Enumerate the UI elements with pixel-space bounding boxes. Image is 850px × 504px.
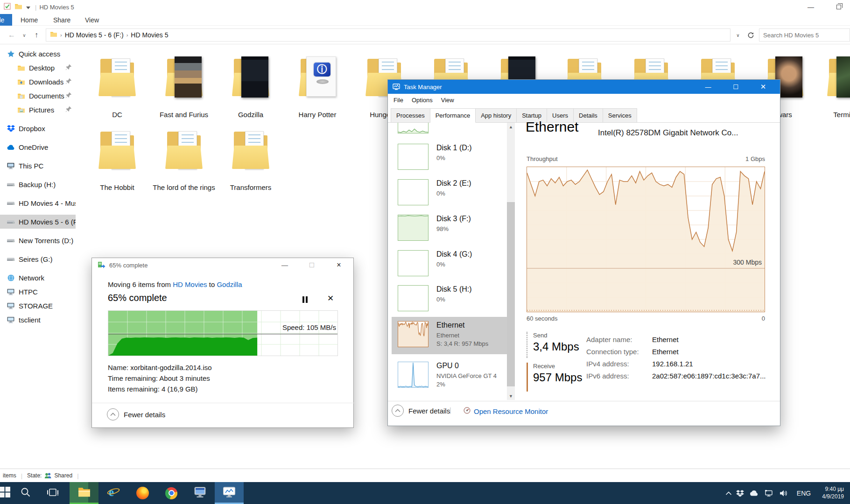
tm-tabs: ProcessesPerformanceApp historyStartupUs… (388, 106, 780, 123)
state-label: State: (27, 472, 42, 479)
search-icon (21, 487, 31, 499)
tray-network-icon[interactable] (763, 482, 775, 504)
copy-row-items-remaining: Items remaining: 4 (16,9 GB) (108, 385, 198, 393)
perf-item-disk-1-d[interactable]: Disk 1 (D:)0% (392, 144, 507, 175)
pause-button[interactable] (299, 295, 310, 304)
fewer-details-button[interactable]: Fewer details (107, 408, 165, 420)
tm-maximize-button[interactable]: ☐ (725, 80, 746, 94)
ethernet-adapter-subtitle: Intel(R) 82578DM Gigabit Network Co... (598, 128, 738, 138)
taskbar-task-manager[interactable] (215, 482, 244, 504)
tray-chevron-up-icon[interactable] (723, 482, 735, 504)
tm-close-button[interactable]: ✕ (752, 80, 774, 94)
scale-top-label: 1 Gbps (745, 155, 765, 162)
clock-date: 4/9/2019 (822, 493, 844, 500)
movie-poster (175, 56, 202, 98)
folder-label: Termina (813, 110, 850, 119)
tm-tab-app-history[interactable]: App history (476, 108, 517, 123)
taskbar-file-explorer[interactable] (70, 482, 98, 504)
x-axis-left-label: 60 seconds (527, 315, 558, 322)
perf-item-disk-5-h[interactable]: Disk 5 (H:)0% (392, 285, 507, 316)
taskbar-task-view[interactable] (38, 482, 67, 504)
tm-minimize-button[interactable]: — (697, 80, 719, 94)
folder-label: Godzilla (218, 110, 284, 119)
scrollbar[interactable]: ▲ ▼ (507, 123, 515, 400)
receive-stat: Receive 957 Mbps (527, 363, 582, 392)
taskbar-internet-explorer[interactable]: e (99, 482, 128, 504)
folder-termina[interactable]: Termina (813, 52, 850, 119)
copy-row-time-remaining: Time remaining: About 3 minutes (108, 374, 210, 382)
taskbar-firefox[interactable] (128, 482, 157, 504)
tray-onedrive-icon[interactable] (748, 482, 760, 504)
taskbar-clock[interactable]: 9:40 μμ 4/9/2019 (822, 485, 844, 500)
folder-label: Fast and Furius (151, 110, 217, 119)
x-axis-right-label: 0 (762, 315, 765, 322)
scroll-down-icon[interactable]: ▼ (507, 392, 515, 400)
remote-desktop-icon (194, 486, 206, 500)
copy-progress-dialog: 65% complete — ☐ × Moving 6 items from H… (91, 258, 354, 428)
dest-link[interactable]: Godzilla (217, 280, 242, 288)
perf-item-ethernet[interactable]: EthernetEthernetS: 3,4 R: 957 Mbps (392, 321, 507, 352)
tray-dropbox-icon[interactable] (734, 482, 746, 504)
folder-dc[interactable]: DC (84, 52, 150, 119)
tm-menu-view[interactable]: View (441, 97, 454, 104)
task-view-icon (47, 488, 58, 499)
folder-godzilla[interactable]: Godzilla (218, 52, 284, 119)
send-stat: Send 3,4 Mbps (527, 332, 579, 358)
task-manager-window: Task Manager — ☐ ✕ File Options View Pro… (387, 79, 780, 426)
tm-tab-performance[interactable]: Performance (430, 108, 476, 123)
copy-dialog-icon (98, 261, 105, 269)
firefox-icon (136, 487, 149, 499)
folder-transformers[interactable]: Transformers (218, 125, 284, 192)
speed-label: Speed: 105 MB/s (245, 323, 336, 331)
dialog-minimize-button[interactable]: — (274, 258, 295, 272)
scrollbar-thumb[interactable] (507, 202, 515, 386)
task-manager-icon (223, 486, 236, 500)
tm-titlebar: Task Manager — ☐ ✕ (388, 80, 780, 94)
folder-fast-and-furius[interactable]: Fast and Furius (151, 52, 217, 119)
info-icon: ⓘ (313, 62, 331, 77)
folder-the-hobbit[interactable]: The Hobbit (84, 125, 150, 192)
start-icon (0, 487, 10, 499)
scroll-up-icon[interactable]: ▲ (507, 123, 515, 131)
taskbar: e ENG 9:40 μμ 4/9/2019 (0, 482, 850, 504)
taskbar-chrome[interactable] (157, 482, 186, 504)
dialog-title: 65% complete (109, 262, 148, 269)
folder-label: Harry Potter (284, 110, 351, 119)
tm-tab-services[interactable]: Services (603, 108, 637, 123)
detail-row-connection-type: Connection type:Ethernet (586, 348, 679, 356)
moving-description: Moving 6 items from HD Movies to Godzill… (108, 280, 242, 288)
taskbar-search[interactable] (11, 482, 40, 504)
folder-label: The lord of the rings (151, 183, 217, 192)
cancel-button[interactable]: ✕ (327, 294, 334, 303)
tm-menu-file[interactable]: File (393, 97, 403, 104)
copy-row-name: Name: xorbitant-godzilla.2014.iso (108, 364, 212, 371)
open-resource-monitor-link[interactable]: Open Resource Monitor (464, 407, 548, 415)
folder-harry-potter[interactable]: ⓘHarry Potter (284, 52, 351, 119)
clock-time: 9:40 μμ (822, 485, 844, 493)
folder-the-lord-of-the-rings[interactable]: The lord of the rings (151, 125, 217, 192)
taskbar-remote-desktop[interactable] (185, 482, 214, 504)
source-link[interactable]: HD Movies (173, 280, 207, 288)
dialog-close-button[interactable]: × (328, 258, 350, 272)
perf-item-disk-2-e[interactable]: Disk 2 (E:)0% (392, 179, 507, 210)
tm-menu-options[interactable]: Options (412, 97, 433, 104)
detail-row-ipv6-address: IPv6 address:2a02:587:e06:1897:cd1c:3e3c… (586, 372, 766, 380)
perf-item-hidden[interactable] (392, 123, 507, 138)
task-manager-icon (393, 84, 400, 91)
tm-fewer-details-button[interactable]: Fewer details (392, 405, 450, 417)
folder-label: DC (84, 110, 150, 119)
language-indicator[interactable]: ENG (793, 482, 815, 504)
tray-volume-icon[interactable] (778, 482, 790, 504)
perf-item-disk-3-f[interactable]: Disk 3 (F:)98% (392, 215, 507, 245)
perf-item-disk-4-g[interactable]: Disk 4 (G:)0% (392, 250, 507, 281)
chevron-up-icon (107, 408, 119, 420)
receive-value: 957 Mbps (533, 371, 582, 384)
state-value: Shared (54, 472, 72, 479)
tm-tab-processes[interactable]: Processes (391, 108, 430, 123)
tm-menubar: File Options View (388, 94, 780, 106)
dialog-titlebar: 65% complete — ☐ × (92, 258, 353, 272)
perf-item-gpu-0[interactable]: GPU 0NVIDIA GeForce GT 42% (392, 362, 507, 392)
resource-monitor-icon (464, 407, 471, 415)
dialog-maximize-button[interactable]: ☐ (301, 258, 323, 272)
movie-poster (836, 56, 850, 98)
